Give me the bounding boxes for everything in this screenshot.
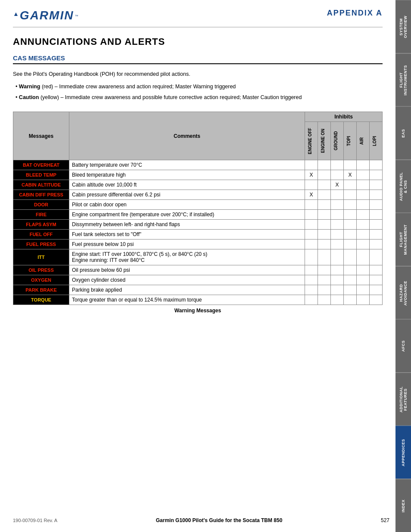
bullet-warning: Warning (red) – Immediate crew awareness… [22, 83, 383, 91]
inhibit-topi [344, 180, 357, 190]
inhibit-ground [331, 210, 344, 220]
footer-center: Garmin G1000 Pilot's Guide for the Socat… [156, 517, 283, 523]
main-content: ▲ GARMIN ™ APPENDIX A Annunciations and … [0, 0, 395, 327]
inhibit-engine_off [305, 220, 318, 230]
inhibit-air [357, 200, 370, 210]
col-header-engine-on: ENGINE ON [318, 122, 331, 160]
sidebar-tab-index[interactable]: INDEX [395, 479, 411, 532]
inhibit-engine_on [318, 220, 331, 230]
inhibit-ground [331, 240, 344, 249]
inhibit-lopi [370, 285, 383, 295]
inhibit-ground [331, 200, 344, 210]
message-cell: CABIN DIFF PRESS [13, 190, 69, 200]
inhibit-air [357, 160, 370, 170]
comment-cell: Fuel pressure below 10 psi [69, 240, 305, 249]
table-row: FIREEngine compartment fire (temperature… [13, 210, 383, 220]
sidebar-tab-afcs[interactable]: AFCS [395, 319, 411, 373]
comment-cell: Bleed temperature high [69, 170, 305, 180]
inhibit-engine_on [318, 265, 331, 275]
logo-area: ▲ GARMIN ™ [13, 9, 78, 22]
footer-right: 527 [381, 517, 389, 523]
message-cell: PARK BRAKE [13, 285, 69, 295]
message-cell: FUEL PRESS [13, 240, 69, 249]
inhibit-engine_on [318, 275, 331, 285]
inhibit-engine_off [305, 285, 318, 295]
inhibit-topi [344, 220, 357, 230]
inhibit-engine_on [318, 230, 331, 240]
inhibit-lopi [370, 249, 383, 265]
inhibit-topi [344, 265, 357, 275]
inhibit-engine_on [318, 249, 331, 265]
sidebar-tab-appendices[interactable]: APPENDICES [395, 426, 411, 479]
garmin-logo: GARMIN [20, 9, 74, 22]
table-row: PARK BRAKEParking brake applied [13, 285, 383, 295]
sidebar-tab-system-overview[interactable]: SYSTEMOVERVIEW [395, 0, 411, 53]
inhibit-engine_off [305, 275, 318, 285]
comment-cell: Battery temperature over 70°C [69, 160, 305, 170]
sidebar-tab-audio-panel-cns[interactable]: AUDIO PANEL& CNS [395, 160, 411, 213]
inhibit-engine_off [305, 180, 318, 190]
inhibit-topi [344, 275, 357, 285]
sidebar-tab-eas[interactable]: EAS [395, 106, 411, 160]
inhibit-ground [331, 170, 344, 180]
inhibit-lopi [370, 265, 383, 275]
message-cell: OIL PRESS [13, 265, 69, 275]
appendix-label: APPENDIX A [327, 9, 383, 18]
message-cell: TORQUE [13, 295, 69, 305]
caution-text: (yellow) – Immediate crew awareness and … [40, 94, 302, 100]
inhibit-topi [344, 160, 357, 170]
table-row: BLEED TEMPBleed temperature highXX [13, 170, 383, 180]
comment-cell: Oxygen cylinder closed [69, 275, 305, 285]
col-header-air: AIR [357, 122, 370, 160]
inhibit-lopi [370, 210, 383, 220]
inhibit-air [357, 285, 370, 295]
table-row: CABIN ALTITUDECabin altitude over 10,000… [13, 180, 383, 190]
inhibit-engine_on [318, 180, 331, 190]
inhibit-engine_on [318, 240, 331, 249]
inhibit-air [357, 249, 370, 265]
footer-left: 190-00709-01 Rev. A [13, 518, 57, 523]
comment-cell: Fuel tank selectors set to "Off" [69, 230, 305, 240]
inhibit-topi [344, 249, 357, 265]
col-header-ground: GROUND [331, 122, 344, 160]
inhibit-air [357, 295, 370, 305]
inhibits-group-header: Inhibits [305, 112, 383, 122]
inhibit-engine_off [305, 295, 318, 305]
inhibit-lopi [370, 295, 383, 305]
inhibit-air [357, 210, 370, 220]
message-cell: FUEL OFF [13, 230, 69, 240]
inhibit-engine_on [318, 160, 331, 170]
inhibit-lopi [370, 160, 383, 170]
inhibit-lopi [370, 200, 383, 210]
inhibit-lopi [370, 230, 383, 240]
page-title: Annunciations and Alerts [13, 36, 383, 47]
message-cell: BAT OVERHEAT [13, 160, 69, 170]
inhibit-topi [344, 295, 357, 305]
message-cell: FLAPS ASYM [13, 220, 69, 230]
inhibit-air [357, 275, 370, 285]
inhibit-ground [331, 249, 344, 265]
message-cell: BLEED TEMP [13, 170, 69, 180]
caution-label: Caution [19, 94, 39, 100]
inhibit-engine_off [305, 249, 318, 265]
sidebar-tab-hazard-avoidance[interactable]: HAZARDAVOIDANCE [395, 266, 411, 320]
comment-cell: Parking brake applied [69, 285, 305, 295]
warning-text: (red) – Immediate crew awareness and act… [42, 84, 236, 90]
inhibit-ground [331, 230, 344, 240]
inhibit-engine_off [305, 265, 318, 275]
sidebar-tab-flight-instruments[interactable]: FLIGHTINSTRUMENTS [395, 53, 411, 107]
inhibit-engine_off [305, 160, 318, 170]
header: ▲ GARMIN ™ APPENDIX A [13, 9, 383, 28]
inhibit-air [357, 265, 370, 275]
inhibit-engine_off [305, 240, 318, 249]
bullet-caution: Caution (yellow) – Immediate crew awaren… [22, 93, 383, 102]
inhibit-engine_off: X [305, 190, 318, 200]
comment-cell: Pilot or cabin door open [69, 200, 305, 210]
inhibit-engine_off: X [305, 170, 318, 180]
inhibit-ground: X [331, 180, 344, 190]
sidebar-tab-flight-management[interactable]: FLIGHTMANAGEMENT [395, 213, 411, 266]
inhibit-ground [331, 190, 344, 200]
inhibit-air [357, 190, 370, 200]
col-header-messages: Messages [13, 112, 69, 160]
sidebar-tab-additional-features[interactable]: ADDITIONALFEATURES [395, 373, 411, 426]
